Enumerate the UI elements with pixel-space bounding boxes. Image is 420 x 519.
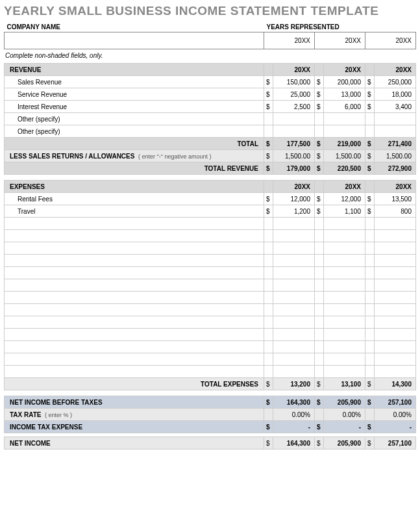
expense-cell[interactable] [273,230,315,242]
expense-cell[interactable] [273,329,315,341]
expense-cell[interactable] [375,292,416,304]
expense-cell[interactable] [375,329,416,341]
expense-cell[interactable] [273,292,315,304]
expense-row-label[interactable] [5,267,264,279]
less-2[interactable]: 1,500.00 [324,150,365,162]
col-year-1: 20XX [273,64,315,76]
less-3[interactable]: 1,500.00 [375,150,416,162]
expense-row-label[interactable] [5,255,264,267]
expense-cell[interactable] [324,230,365,242]
tax-rate-label: TAX RATE ( enter % ) [5,409,264,421]
revenue-cell[interactable]: 18,000 [375,88,416,101]
revenue-cell[interactable]: 3,400 [375,101,416,113]
year-input-1[interactable]: 20XX [264,32,314,49]
expense-cell[interactable] [375,230,416,242]
expense-row-label[interactable] [5,279,264,292]
expense-cell[interactable] [375,353,416,366]
expense-cell[interactable] [324,341,365,353]
expense-cell[interactable] [324,316,365,329]
revenue-row-label[interactable]: Other (specify) [5,113,264,125]
expense-cell[interactable]: 12,000 [273,193,315,205]
expense-cell[interactable] [324,353,365,366]
expense-cell[interactable] [273,242,315,255]
revenue-row-label[interactable]: Service Revenue [5,88,264,101]
revenue-cell[interactable]: 200,000 [324,76,365,88]
expense-cell[interactable]: 13,500 [375,193,416,205]
revenue-row-label[interactable]: Sales Revenue [5,76,264,88]
expense-row-label[interactable]: Travel [5,205,264,218]
expense-row-label[interactable]: Rental Fees [5,193,264,205]
expense-cell[interactable] [273,279,315,292]
revenue-cell[interactable]: 250,000 [375,76,416,88]
expense-cell[interactable] [273,218,315,230]
expense-cell[interactable] [375,255,416,267]
revenue-row-label[interactable]: Other (specify) [5,125,264,138]
expense-cell[interactable] [375,341,416,353]
expense-cell[interactable]: 1,200 [273,205,315,218]
expense-row-label[interactable] [5,230,264,242]
expense-cell[interactable] [273,255,315,267]
revenue-row-label[interactable]: Interest Revenue [5,101,264,113]
revenue-cell[interactable] [324,125,365,138]
revenue-cell[interactable] [273,113,315,125]
expense-cell[interactable]: 1,100 [324,205,365,218]
expense-cell[interactable] [324,255,365,267]
nibt-label: NET INCOME BEFORE TAXES [5,396,264,409]
year-input-3[interactable]: 20XX [365,32,415,49]
revenue-cell[interactable]: 2,500 [273,101,315,113]
expense-cell[interactable] [273,267,315,279]
expense-cell[interactable] [324,304,365,316]
expense-row-label[interactable] [5,304,264,316]
expense-cell[interactable] [324,267,365,279]
expense-cell[interactable] [273,316,315,329]
expense-row-label[interactable] [5,316,264,329]
expense-cell[interactable] [324,329,365,341]
company-input[interactable] [5,32,264,49]
expense-cell[interactable] [324,366,365,378]
expense-cell[interactable] [375,218,416,230]
years-label: YEARS REPRESENTED [264,22,415,32]
less-1[interactable]: 1,500.00 [273,150,315,162]
expense-cell[interactable] [324,279,365,292]
expense-cell[interactable] [273,366,315,378]
expense-row-label[interactable] [5,292,264,304]
revenue-cell[interactable]: 150,000 [273,76,315,88]
expense-cell[interactable] [375,304,416,316]
revenue-header: REVENUE [5,64,264,76]
expense-cell[interactable] [375,242,416,255]
year-input-2[interactable]: 20XX [314,32,365,49]
col-year-3: 20XX [375,64,416,76]
revenue-cell[interactable]: 13,000 [324,88,365,101]
tax-exp-label: INCOME TAX EXPENSE [5,421,264,433]
expense-cell[interactable] [375,366,416,378]
revenue-cell[interactable] [324,113,365,125]
revenue-cell[interactable]: 6,000 [324,101,365,113]
expense-row-label[interactable] [5,242,264,255]
tax-rate-2[interactable]: 0.00% [324,409,365,421]
expense-cell[interactable] [273,353,315,366]
company-label: COMPANY NAME [5,22,264,32]
expense-cell[interactable] [324,242,365,255]
expense-cell[interactable] [324,292,365,304]
tax-rate-1[interactable]: 0.00% [273,409,315,421]
expense-row-label[interactable] [5,366,264,378]
expense-cell[interactable]: 12,000 [324,193,365,205]
expense-row-label[interactable] [5,353,264,366]
expense-cell[interactable] [273,341,315,353]
expense-cell[interactable]: 800 [375,205,416,218]
expense-cell[interactable] [273,304,315,316]
expense-cell[interactable] [324,218,365,230]
expense-row-label[interactable] [5,218,264,230]
net-income-3: 257,100 [375,437,416,449]
revenue-cell[interactable] [273,125,315,138]
revenue-cell[interactable]: 25,000 [273,88,315,101]
expense-cell[interactable] [375,316,416,329]
expense-row-label[interactable] [5,341,264,353]
expense-row-label[interactable] [5,329,264,341]
expense-cell[interactable] [375,267,416,279]
revenue-cell[interactable] [375,125,416,138]
revenue-table: REVENUE 20XX 20XX 20XX Sales Revenue$150… [4,63,416,175]
revenue-cell[interactable] [375,113,416,125]
tax-rate-3[interactable]: 0.00% [375,409,416,421]
expense-cell[interactable] [375,279,416,292]
